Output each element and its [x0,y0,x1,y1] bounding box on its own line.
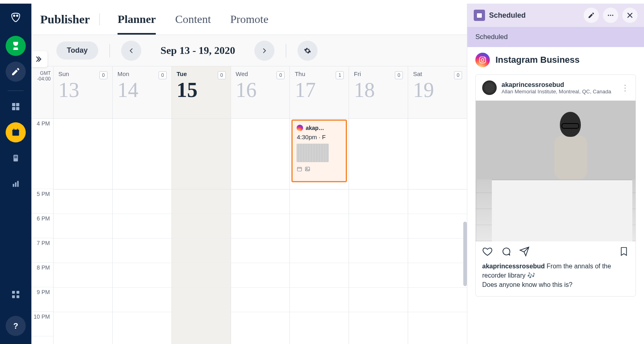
caption-username: akaprincessrosebud [482,263,545,270]
event-time: 4:30pm · F [297,134,342,140]
content-nav[interactable] [6,148,26,168]
calendar-toolbar: Today Sep 13 - 19, 2020 [31,35,467,66]
svg-point-1 [17,15,18,16]
calendar-settings-button[interactable] [297,41,318,61]
prev-week-button[interactable] [121,41,141,61]
svg-point-25 [608,15,609,16]
avatar [482,80,497,95]
streams-nav[interactable] [6,97,26,117]
post-preview: akaprincessrosebud Allan Memorial Instit… [475,74,636,297]
svg-rect-20 [297,167,302,171]
event-account: akap… [305,125,324,131]
today-button[interactable]: Today [56,41,98,60]
day-number: 18 [354,78,403,102]
post-image [476,101,636,241]
calendar-icon [474,10,485,21]
calendar-grid: GMT -04:00 4 PM 5 PM 6 PM 7 PM 8 PM 9 PM… [31,66,467,344]
apps-nav[interactable] [6,284,26,305]
next-week-button[interactable] [254,41,275,61]
detail-title: Scheduled [489,11,580,20]
time-column: GMT -04:00 4 PM 5 PM 6 PM 7 PM 8 PM 9 PM… [31,66,54,344]
timezone-label: GMT [40,70,51,76]
day-number: 13 [58,78,107,102]
day-count-badge: 0 [218,71,226,79]
image-icon [305,166,310,172]
day-count-badge: 0 [99,71,107,79]
svg-rect-12 [14,157,17,158]
svg-rect-2 [12,103,15,106]
svg-rect-5 [16,107,19,110]
more-button[interactable] [603,8,618,23]
like-icon[interactable] [482,246,493,257]
timezone-offset: -04:00 [37,76,51,82]
day-col-mon[interactable]: Mon 14 0 [113,66,172,344]
edit-button[interactable] [584,8,599,23]
svg-point-26 [610,15,611,16]
post-username: akaprincessrosebud [502,81,611,89]
date-range: Sep 13 - 19, 2020 [161,45,235,57]
svg-rect-13 [13,184,14,187]
svg-rect-19 [17,295,19,298]
post-more-button[interactable]: ⋮ [621,83,629,93]
day-number: 14 [118,78,167,102]
svg-rect-3 [16,103,19,106]
day-col-fri[interactable]: Fri 18 0 [349,66,408,344]
day-col-sat[interactable]: Sat 19 0 [408,66,467,344]
left-rail: ? [0,4,31,344]
save-icon[interactable] [619,246,629,257]
time-label: 7 PM [31,238,53,263]
day-count-badge: 0 [159,71,167,79]
time-label: 5 PM [31,189,53,214]
day-number: 17 [295,78,344,102]
share-icon[interactable] [519,246,530,257]
svg-rect-9 [17,129,18,130]
tab-promote[interactable]: Promote [230,4,268,35]
time-label: 4 PM [31,119,53,189]
svg-point-29 [481,59,484,62]
svg-point-30 [484,58,485,58]
time-label: 9 PM [31,287,53,312]
svg-rect-8 [14,129,14,130]
time-label: 8 PM [31,263,53,287]
day-number: 16 [236,78,285,102]
svg-rect-15 [17,181,19,187]
calendar-scrollbar[interactable] [463,222,467,286]
scheduled-event[interactable]: akap… 4:30pm · F [291,119,347,182]
analytics-nav[interactable] [6,174,26,194]
instagram-icon [297,125,303,131]
day-count-badge: 1 [336,71,344,79]
comment-icon[interactable] [501,246,511,257]
day-number: 19 [413,78,462,102]
caption-line2: Does anyone know who this is? [482,281,572,288]
achievements-button[interactable] [6,36,26,56]
tab-planner[interactable]: Planner [118,4,156,35]
network-name: Instagram Business [495,55,580,65]
time-label: 6 PM [31,214,53,238]
close-button[interactable] [622,8,638,23]
tab-content[interactable]: Content [175,4,211,35]
svg-rect-18 [12,295,15,298]
topbar: Publisher Planner Content Promote [31,4,467,35]
svg-rect-4 [12,107,15,110]
day-col-wed[interactable]: Wed 16 0 [231,66,290,344]
compose-button[interactable] [6,62,26,82]
svg-rect-11 [14,156,17,157]
post-location: Allan Memorial Institute, Montreal, QC, … [502,89,611,95]
expand-sidebar-button[interactable] [31,51,47,67]
calendar-icon [297,166,302,172]
main-content: Publisher Planner Content Promote Today … [31,4,467,344]
time-label: 10 PM [31,312,53,336]
day-col-thu[interactable]: Thu 17 1 akap… 4:30pm · F [290,66,349,344]
svg-point-27 [612,15,613,16]
day-count-badge: 0 [454,71,462,79]
planner-nav[interactable] [6,122,26,142]
detail-status: Scheduled [467,27,644,47]
event-thumbnail [297,144,329,162]
help-button[interactable]: ? [6,316,26,336]
detail-panel: Scheduled Scheduled Instagram Business a… [467,4,644,344]
svg-rect-7 [12,130,19,132]
app-title: Publisher [40,12,90,26]
day-col-sun[interactable]: Sun 13 0 [54,66,113,344]
day-count-badge: 0 [277,71,285,79]
day-col-tue[interactable]: Tue 15 0 [172,66,231,344]
